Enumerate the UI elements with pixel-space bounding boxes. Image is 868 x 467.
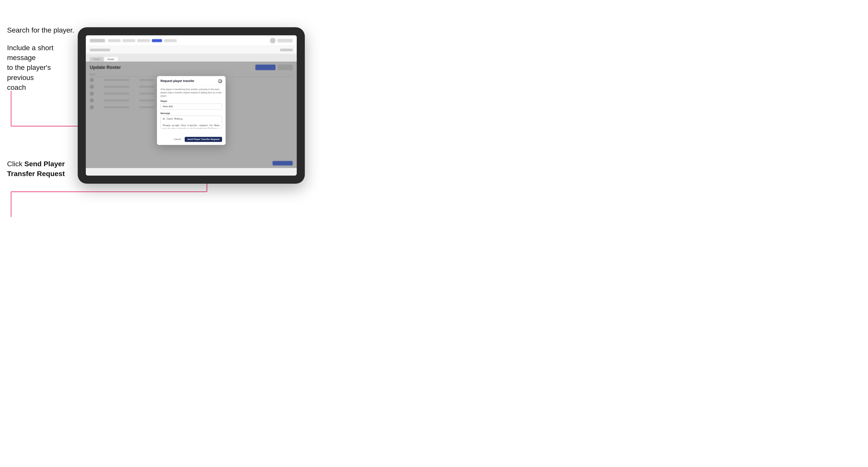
tab-2: Roster bbox=[104, 57, 118, 62]
modal-body: If the player is transferring from anoth… bbox=[157, 85, 225, 135]
tab-1: Roster bbox=[90, 57, 104, 62]
modal-footer: Cancel Send Player Transfer Request bbox=[157, 135, 225, 145]
breadcrumb-action bbox=[280, 49, 293, 51]
app-logo bbox=[90, 39, 105, 42]
modal-description: If the player is transferring from anoth… bbox=[160, 88, 222, 97]
modal-title: Request player transfer bbox=[160, 79, 194, 83]
annotation-message: Include a short messageto the player's p… bbox=[7, 43, 73, 92]
nav-item-3 bbox=[137, 39, 150, 42]
tablet-screen: Roster Roster Update Roster Name bbox=[86, 35, 297, 176]
sub-header bbox=[86, 46, 297, 54]
main-content: Update Roster Name bbox=[86, 62, 297, 168]
nav-items bbox=[108, 39, 267, 42]
modal-close-button[interactable]: × bbox=[218, 79, 222, 83]
player-input[interactable] bbox=[160, 104, 222, 110]
nav-item-active bbox=[152, 39, 162, 42]
request-transfer-modal: Request player transfer × If the player … bbox=[157, 76, 225, 145]
nav-item-5 bbox=[164, 39, 177, 42]
modal-overlay: Request player transfer × If the player … bbox=[86, 62, 297, 168]
nav-item-1 bbox=[108, 39, 121, 42]
header-avatar bbox=[270, 38, 276, 43]
tab-bar: Roster Roster bbox=[86, 54, 297, 62]
message-label: Message bbox=[160, 112, 222, 115]
annotation-click: Click Send PlayerTransfer Request bbox=[7, 159, 73, 179]
send-transfer-request-button[interactable]: Send Player Transfer Request bbox=[185, 137, 222, 142]
message-textarea[interactable]: Hi Coach McHarg, Please accept this tran… bbox=[160, 116, 222, 129]
annotation-search: Search for the player. bbox=[7, 25, 74, 35]
click-bold-text: Send PlayerTransfer Request bbox=[7, 160, 65, 178]
app-header bbox=[86, 35, 297, 46]
header-btn bbox=[278, 39, 293, 42]
breadcrumb bbox=[90, 49, 110, 51]
player-label: Player bbox=[160, 100, 222, 103]
header-right bbox=[270, 38, 293, 43]
cancel-button[interactable]: Cancel bbox=[172, 137, 183, 142]
tablet-device: Roster Roster Update Roster Name bbox=[78, 27, 305, 184]
nav-item-2 bbox=[123, 39, 135, 42]
modal-header: Request player transfer × bbox=[157, 76, 225, 85]
